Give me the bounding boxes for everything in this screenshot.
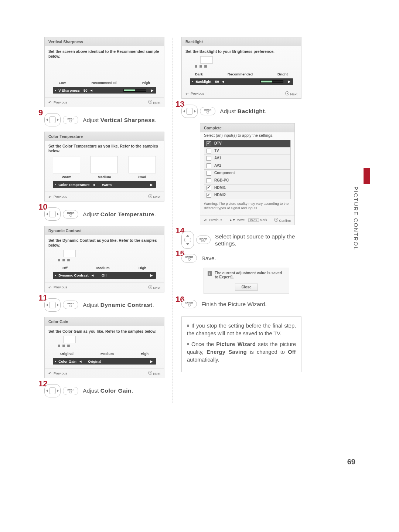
value-bar[interactable]: •Color Temperature ◄ Warm ▶ [53,181,156,188]
osd-title: Backlight [182,37,301,46]
checkbox-icon[interactable] [207,171,211,176]
step-12: 12 ENTER Adjust Color Gain. [44,384,164,397]
prev-button[interactable]: ↶Previous [204,218,222,222]
next-button[interactable]: Next [285,91,297,96]
value-bar[interactable]: •V Sharpness 50 ◄ ▶ [53,87,156,94]
input-label: HDMI1 [214,186,226,190]
sample-label: Off [62,266,68,270]
arrow-right-icon[interactable]: ▶ [151,88,154,92]
input-label: AV1 [214,156,221,160]
osd-instruction: Select (an) input(s) to apply the settin… [204,133,291,138]
sample-label: Medium [100,352,114,356]
value-bar[interactable]: •Dynamic Contrast ◄ Off ▶ [53,272,156,279]
mark-hint: MARK Mark [248,218,267,222]
step-14: 14 MARKFAV Select input source to apply … [181,231,301,249]
step-number: 9 [38,108,43,118]
enter-button-icon: ENTER [200,107,215,115]
prev-button[interactable]: ↶Previous [48,194,67,199]
osd-instruction: Set the screen above identical to the Re… [48,49,160,58]
dpad-icon [44,298,61,312]
input-item[interactable]: RGB-PC [204,177,291,184]
arrow-left-icon[interactable]: ◄ [89,88,93,92]
page-number: 69 [347,458,355,466]
arrow-right-icon[interactable]: ▶ [150,273,153,277]
arrow-right-icon[interactable]: ▶ [288,79,291,84]
checkbox-icon[interactable] [207,193,211,198]
saved-dialog: i The current adjustment value is saved … [204,268,289,294]
osd-instruction: Set the Backlight to your Brightness pre… [185,49,297,54]
prev-button[interactable]: ↶Previous [48,285,67,289]
value-bar[interactable]: •Color Gain ◄ Original ▶ [53,358,156,365]
next-button[interactable]: Next [148,100,160,105]
input-item[interactable]: HDMI1 [204,184,291,192]
confirm-button[interactable]: Confirm [274,218,291,223]
input-item[interactable]: HDMI2 [204,192,291,199]
close-button[interactable]: Close [235,284,258,291]
arrow-left-icon[interactable]: ◄ [221,79,225,84]
step-9: 9 ENTER Adjust Vertical Sharpness. [44,113,164,126]
note-text: If you stop the setting before the final… [187,323,296,336]
arrow-left-icon[interactable]: ◄ [79,359,82,363]
osd-complete: Complete Select (an) input(s) to apply t… [200,123,295,225]
move-hint: ▲▼ Move [229,218,245,222]
bullet-icon [187,343,189,345]
sample-label: Bright [277,72,288,76]
dpad-icon [44,113,61,126]
step-text: Adjust Backlight. [220,108,266,115]
input-label: Component [214,171,235,175]
input-label: RGB-PC [214,178,229,182]
sample-label: High [139,266,146,270]
arrow-right-icon[interactable]: ▶ [150,183,153,187]
input-label: AV2 [214,163,221,167]
step-13: 13 ENTER Adjust Backlight. [181,105,301,118]
osd-title: Vertical Sharpness [45,37,164,46]
step-text: Adjust Vertical Sharpness. [83,116,156,123]
input-item[interactable]: AV1 [204,155,291,162]
sample-label: Low [59,81,66,85]
osd-title: Color Temperature [45,132,164,141]
osd-title: Complete [200,123,294,132]
prev-button[interactable]: ↶Previous [185,91,204,95]
checkbox-icon[interactable] [207,186,211,190]
dpad-icon [181,105,198,118]
value-bar[interactable]: •Backlight 50 ◄ ▶ [190,78,293,85]
enter-button-icon: ENTER [181,254,197,262]
input-item[interactable]: DTV [204,140,291,148]
checkbox-icon[interactable] [207,149,211,153]
info-icon: i [208,271,212,276]
step-text: Adjust Dynamic Contrast. [83,301,154,308]
next-button[interactable]: Next [148,285,160,290]
sample-label: Medium [98,175,111,179]
osd-title: Color Gain [45,317,164,326]
checkbox-icon[interactable] [207,178,211,183]
input-item[interactable]: TV [204,148,291,155]
osd-dynamic-contrast: Dynamic Contrast Set the Dynamic Contras… [44,226,164,292]
input-label: HDMI2 [214,193,226,197]
checkbox-icon[interactable] [207,163,211,168]
next-button[interactable]: Next [148,371,160,376]
dpad-vertical-icon [181,231,194,249]
input-item[interactable]: Component [204,170,291,177]
osd-color-temperature: Color Temperature Set the Color Temperat… [44,132,164,201]
bullet-icon [187,325,189,327]
arrow-right-icon[interactable]: ▶ [150,359,153,363]
checkbox-icon[interactable] [207,141,211,146]
sample-label: High [141,352,149,356]
input-item[interactable]: AV2 [204,162,291,170]
osd-color-gain: Color Gain Set the Color Gain as you lik… [44,317,164,379]
next-button[interactable]: Next [148,194,160,199]
prev-button[interactable]: ↶Previous [48,371,67,375]
sample-label: High [142,81,150,85]
step-10: 10 ENTER Adjust Color Temperature. [44,207,164,221]
checkbox-icon[interactable] [207,156,211,161]
prev-button[interactable]: ↶Previous [48,100,67,104]
osd-instruction: Set the Color Temperature as you like. R… [48,144,160,153]
arrow-left-icon[interactable]: ◄ [92,183,95,187]
sample-label: Recommended [91,81,116,85]
warning-text: Warning: The picture quality may vary ac… [204,199,291,211]
osd-instruction: Set the Dynamic Contrast as you like. Re… [48,238,160,247]
input-label: DTV [214,141,222,145]
dpad-icon [44,384,61,397]
sample-label: Warm [62,175,71,179]
arrow-left-icon[interactable]: ◄ [91,273,94,277]
